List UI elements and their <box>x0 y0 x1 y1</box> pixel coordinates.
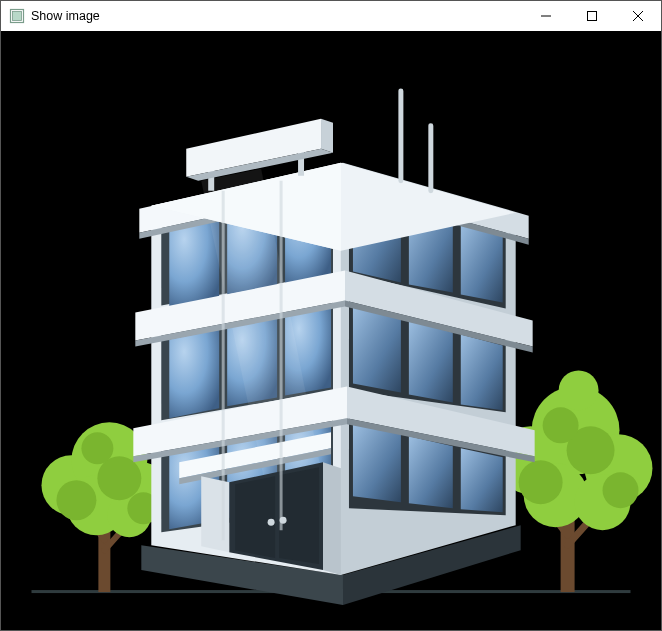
svg-point-30 <box>603 472 639 508</box>
minimize-icon <box>541 11 551 21</box>
svg-marker-54 <box>353 307 401 393</box>
svg-point-31 <box>543 407 579 443</box>
svg-point-18 <box>81 432 113 464</box>
application-window: Show image <box>0 0 662 631</box>
minimize-button[interactable] <box>523 1 569 31</box>
displayed-image <box>1 31 661 630</box>
svg-marker-86 <box>279 467 319 564</box>
svg-point-15 <box>56 480 96 520</box>
maximize-icon <box>587 11 597 21</box>
svg-marker-87 <box>201 476 229 552</box>
svg-marker-58 <box>409 436 453 508</box>
svg-point-16 <box>97 456 141 500</box>
title-bar[interactable]: Show image <box>1 1 661 31</box>
svg-marker-45 <box>169 330 219 419</box>
svg-marker-56 <box>461 334 503 410</box>
svg-rect-1 <box>13 12 22 21</box>
svg-point-27 <box>559 370 599 410</box>
svg-marker-85 <box>235 476 275 558</box>
close-button[interactable] <box>615 1 661 31</box>
svg-marker-88 <box>323 462 341 575</box>
svg-marker-57 <box>353 424 401 502</box>
close-icon <box>633 11 643 21</box>
app-icon <box>9 8 25 24</box>
svg-marker-55 <box>409 321 453 403</box>
svg-marker-78 <box>321 119 333 153</box>
svg-marker-59 <box>461 448 503 512</box>
image-viewport <box>1 31 661 630</box>
svg-rect-3 <box>588 12 597 21</box>
svg-point-89 <box>268 519 275 526</box>
svg-point-28 <box>519 460 563 504</box>
maximize-button[interactable] <box>569 1 615 31</box>
window-title: Show image <box>31 9 100 23</box>
